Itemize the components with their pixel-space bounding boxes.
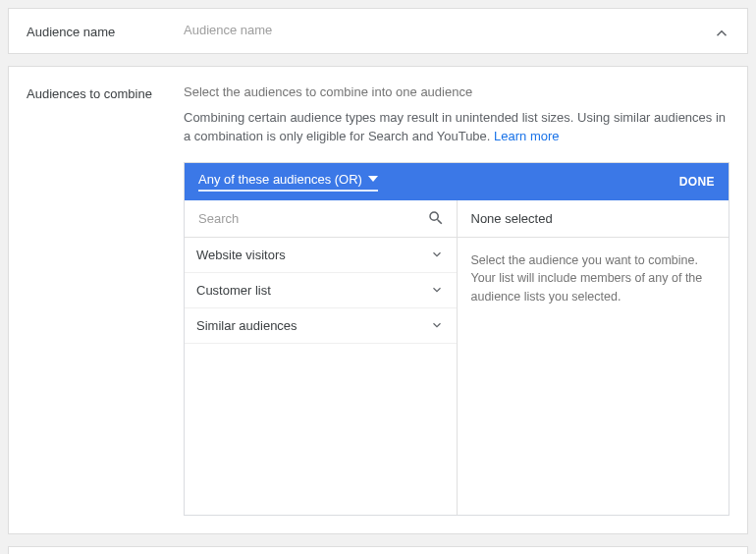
audience-name-section: Audience name Audience name (9, 9, 747, 53)
category-label: Website visitors (196, 248, 286, 262)
search-input[interactable] (196, 210, 427, 227)
category-similar-audiences[interactable]: Similar audiences (185, 308, 457, 344)
category-list: Website visitors Customer list (185, 238, 457, 515)
selected-header: None selected (458, 200, 729, 238)
search-row (185, 200, 457, 238)
category-customer-list[interactable]: Customer list (185, 273, 457, 308)
audience-name-label: Audience name (27, 23, 184, 39)
audience-picker: Any of these audiences (OR) DONE (184, 162, 729, 516)
picker-header: Any of these audiences (OR) DONE (185, 163, 729, 200)
audiences-to-combine-section: Audiences to combine Select the audience… (9, 67, 747, 533)
done-button[interactable]: DONE (679, 175, 715, 189)
category-label: Similar audiences (196, 318, 297, 333)
chevron-down-icon (429, 247, 445, 262)
audience-name-input[interactable]: Audience name (184, 23, 729, 37)
combine-intro-text: Select the audiences to combine into one… (184, 84, 729, 99)
picker-left-pane: Website visitors Customer list (185, 200, 458, 515)
description-section: Description Add an audience description … (9, 547, 747, 554)
combination-type-label: Any of these audiences (OR) (198, 172, 362, 187)
combination-type-dropdown[interactable]: Any of these audiences (OR) (198, 172, 378, 192)
chevron-up-icon (713, 25, 730, 45)
picker-right-pane: None selected Select the audience you wa… (458, 200, 729, 515)
search-icon[interactable] (427, 209, 445, 227)
category-label: Customer list (196, 283, 271, 298)
category-website-visitors[interactable]: Website visitors (185, 238, 457, 273)
combine-disclaimer-text: Combining certain audience types may res… (184, 109, 729, 146)
selected-help-text: Select the audience you want to combine.… (458, 238, 729, 320)
svg-marker-0 (368, 176, 378, 182)
chevron-down-icon (429, 317, 445, 333)
audiences-to-combine-label: Audiences to combine (27, 84, 184, 101)
learn-more-link[interactable]: Learn more (494, 129, 559, 143)
collapse-audience-name-button[interactable] (710, 23, 733, 46)
chevron-down-icon (429, 282, 445, 298)
caret-down-icon (368, 172, 378, 187)
